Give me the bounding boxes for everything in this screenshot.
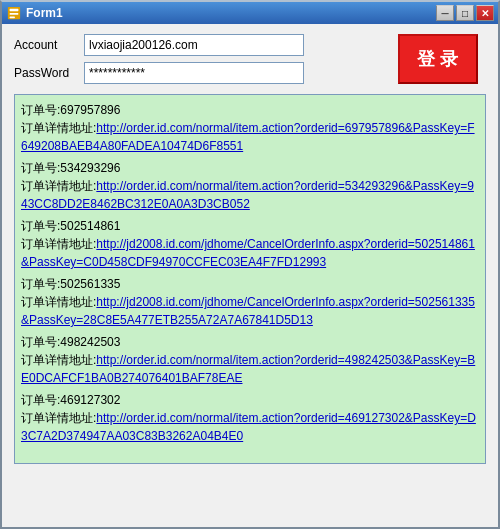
order-number: 订单号:498242503 <box>21 333 479 351</box>
order-number: 订单号:502514861 <box>21 217 479 235</box>
close-button[interactable]: ✕ <box>476 5 494 21</box>
result-area: 订单号:697957896订单详情地址:http://order.id.com/… <box>14 94 486 464</box>
svg-rect-1 <box>10 9 19 12</box>
account-input[interactable] <box>84 34 304 56</box>
order-item: 订单号:498242503订单详情地址:http://order.id.com/… <box>21 333 479 387</box>
order-detail: 订单详情地址:http://order.id.com/normal/item.a… <box>21 351 479 387</box>
main-window: Form1 ─ □ ✕ Account PassWord 登 录 订单号:697… <box>0 0 500 529</box>
order-number: 订单号:534293296 <box>21 159 479 177</box>
order-number: 订单号:697957896 <box>21 101 479 119</box>
order-detail: 订单详情地址:http://order.id.com/normal/item.a… <box>21 409 479 445</box>
maximize-button[interactable]: □ <box>456 5 474 21</box>
order-detail: 订单详情地址:http://order.id.com/normal/item.a… <box>21 177 479 213</box>
order-item: 订单号:697957896订单详情地址:http://order.id.com/… <box>21 101 479 155</box>
order-number: 订单号:469127302 <box>21 391 479 409</box>
window-icon <box>6 5 22 21</box>
order-item: 订单号:502561335订单详情地址:http://jd2008.id.com… <box>21 275 479 329</box>
order-detail: 订单详情地址:http://order.id.com/normal/item.a… <box>21 119 479 155</box>
minimize-button[interactable]: ─ <box>436 5 454 21</box>
content-area: Account PassWord 登 录 订单号:697957896订单详情地址… <box>2 24 498 527</box>
order-item: 订单号:469127302订单详情地址:http://order.id.com/… <box>21 391 479 445</box>
order-item: 订单号:502514861订单详情地址:http://jd2008.id.com… <box>21 217 479 271</box>
password-label: PassWord <box>14 66 84 80</box>
svg-rect-2 <box>10 13 19 15</box>
title-bar: Form1 ─ □ ✕ <box>2 2 498 24</box>
window-controls: ─ □ ✕ <box>436 5 494 21</box>
account-label: Account <box>14 38 84 52</box>
order-detail: 订单详情地址:http://jd2008.id.com/jdhome/Cance… <box>21 293 479 329</box>
order-number: 订单号:502561335 <box>21 275 479 293</box>
window-title: Form1 <box>26 6 436 20</box>
login-button[interactable]: 登 录 <box>398 34 478 84</box>
password-input[interactable] <box>84 62 304 84</box>
order-detail: 订单详情地址:http://jd2008.id.com/jdhome/Cance… <box>21 235 479 271</box>
order-item: 订单号:534293296订单详情地址:http://order.id.com/… <box>21 159 479 213</box>
svg-rect-3 <box>10 17 15 19</box>
